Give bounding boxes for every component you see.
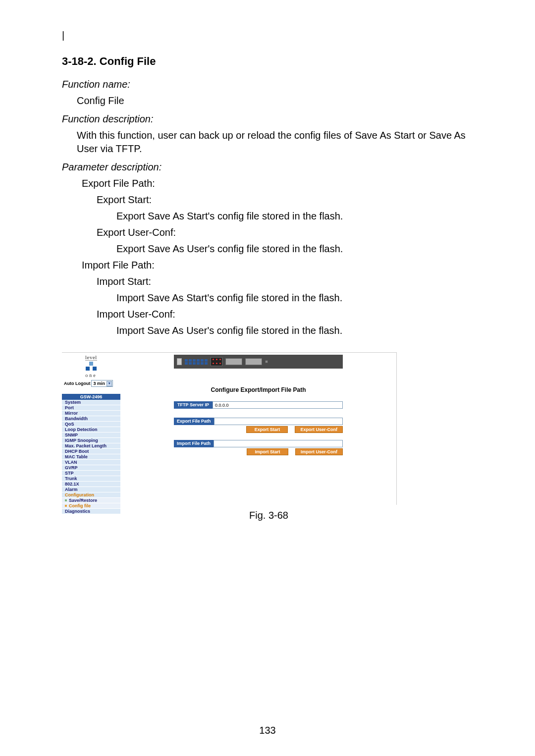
nav-item-snmp[interactable]: SNMP	[62, 432, 120, 438]
logo-text-bottom: one	[85, 373, 97, 378]
section-title: 3-18-2. Config File	[62, 55, 476, 68]
param-export-user-h: Export User-Conf:	[97, 226, 476, 239]
auto-logout-value: 3 min	[93, 381, 105, 386]
nav-item-port[interactable]: Port	[62, 405, 120, 411]
content-area: Configure Export/Import File Path TFTP S…	[120, 372, 396, 462]
page-number: 133	[0, 725, 535, 736]
module-slot-icon	[245, 358, 262, 365]
nav-item-bandwidth[interactable]: Bandwidth	[62, 416, 120, 422]
export-user-conf-button[interactable]: Export User-Conf	[295, 426, 343, 433]
nav-item-max-packet-length[interactable]: Max. Packet Length	[62, 443, 120, 449]
logo-icon	[86, 362, 97, 372]
nav-item-vlan[interactable]: VLAN	[62, 460, 120, 465]
nav-list: SystemPortMirrorBandwidthQoSLoop Detecti…	[62, 400, 120, 514]
export-path-input[interactable]	[214, 418, 343, 425]
param-export-path: Export File Path:	[82, 177, 476, 190]
function-name-label: Function name:	[62, 79, 476, 90]
auto-logout-label: Auto Logout	[64, 381, 90, 386]
param-export-start-d: Export Save As Start's config file store…	[116, 210, 476, 223]
logo-text-top: level	[85, 355, 97, 361]
nav-item-loop-detection[interactable]: Loop Detection	[62, 427, 120, 432]
port-block-icon	[211, 357, 222, 366]
nav-item-mirror[interactable]: Mirror	[62, 411, 120, 416]
export-path-row: Export File Path	[174, 418, 343, 425]
main-panel: Configure Export/Import File Path TFTP S…	[120, 353, 396, 505]
auto-logout-select[interactable]: 3 min ▾	[91, 380, 113, 387]
content-title: Configure Export/Import File Path	[174, 386, 343, 393]
export-path-label: Export File Path	[174, 418, 214, 425]
export-start-button[interactable]: Export Start	[246, 426, 288, 433]
import-path-input[interactable]	[214, 440, 343, 447]
function-desc-value: With this function, user can back up or …	[77, 129, 476, 156]
import-user-conf-button[interactable]: Import User-Conf	[295, 448, 343, 455]
figure-caption: Fig. 3-68	[62, 510, 476, 521]
param-import-user-h: Import User-Conf:	[97, 308, 476, 321]
nav-item-save-restore[interactable]: Save/Restore	[62, 498, 120, 503]
param-desc-label: Parameter description:	[62, 162, 476, 173]
nav-item-igmp-snooping[interactable]: IGMP Snooping	[62, 438, 120, 443]
auto-logout-row: Auto Logout 3 min ▾	[62, 379, 120, 389]
nav-item-trunk[interactable]: Trunk	[62, 476, 120, 482]
port-icon	[265, 360, 268, 363]
nav-item-dhcp-boot[interactable]: DHCP Boot	[62, 449, 120, 454]
nav-item-config-file[interactable]: Config file	[62, 503, 120, 509]
import-path-row: Import File Path	[174, 440, 343, 447]
tftp-row: TFTP Server IP 0.0.0.0	[174, 401, 343, 409]
device-image-banner	[174, 355, 343, 369]
param-export-user-d: Export Save As User's config file stored…	[116, 242, 476, 256]
sidebar: level one Auto Logout 3 min ▾ GSW-2496 S…	[62, 353, 120, 505]
param-import-path: Import File Path:	[82, 259, 476, 272]
param-import-user-d: Import Save As User's config file stored…	[116, 324, 476, 337]
import-path-label: Import File Path	[174, 440, 214, 447]
chip-icon	[177, 358, 182, 365]
function-name-value: Config File	[77, 94, 476, 108]
param-import-start-d: Import Save As Start's config file store…	[116, 291, 476, 305]
tftp-label: TFTP Server IP	[174, 401, 213, 409]
param-import-start-h: Import Start:	[97, 275, 476, 288]
param-export-start-h: Export Start:	[97, 193, 476, 207]
nav-item-stp[interactable]: STP	[62, 471, 120, 476]
nav-item-gvrp[interactable]: GVRP	[62, 465, 120, 471]
nav-item-mac-table[interactable]: MAC Table	[62, 454, 120, 460]
nav-item-qos[interactable]: QoS	[62, 422, 120, 427]
nav-item-802-1x[interactable]: 802.1X	[62, 482, 120, 487]
module-slot-icon	[225, 358, 242, 365]
tftp-input[interactable]: 0.0.0.0	[213, 401, 343, 409]
import-start-button[interactable]: Import Start	[247, 448, 288, 455]
nav-item-alarm[interactable]: Alarm	[62, 487, 120, 492]
nav-item-diagnostics[interactable]: Diagnostics	[62, 509, 120, 514]
brand-logo: level one	[62, 353, 120, 379]
nav-item-system[interactable]: System	[62, 400, 120, 405]
device-model-header: GSW-2496	[62, 394, 120, 400]
function-desc-label: Function description:	[62, 113, 476, 125]
page-marker: |	[62, 30, 476, 41]
nav-item-configuration[interactable]: Configuration	[62, 492, 120, 498]
config-file-screenshot: level one Auto Logout 3 min ▾ GSW-2496 S…	[62, 352, 397, 505]
chevron-down-icon: ▾	[107, 381, 112, 386]
